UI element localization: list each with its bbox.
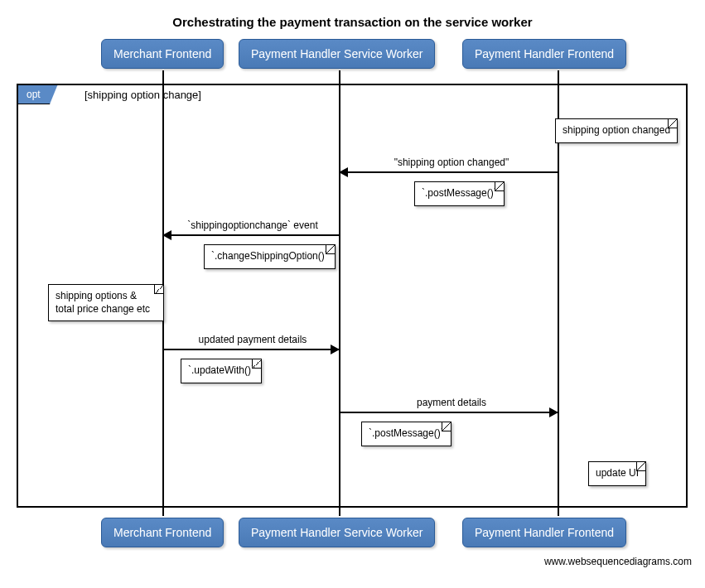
note-updatewith: `.updateWith()` [181,359,262,383]
opt-tag: opt [17,84,58,104]
message-label-payment-details: payment details [348,397,555,408]
participant-merchant-frontend-top: Merchant Frontend [101,39,224,69]
message-label-shipping-option-changed: "shipping option changed" [348,157,555,168]
message-label-updated-payment-details: updated payment details [170,334,336,345]
note-postmessage-2: `.postMessage()` [361,422,451,446]
diagram-title: Orchestrating the payment transaction on… [8,15,697,29]
message-arrow-3 [163,349,339,350]
participant-payment-handler-sw-bottom: Payment Handler Service Worker [239,518,435,547]
participant-payment-handler-sw-top: Payment Handler Service Worker [239,39,435,69]
sequence-diagram: Merchant Frontend Payment Handler Servic… [8,39,697,552]
note-shipping-option-changed: shipping option changed [555,118,678,143]
participant-payment-handler-frontend-top: Payment Handler Frontend [462,39,626,69]
message-arrow-4 [340,412,558,413]
note-line2: total price change etc [56,303,150,315]
message-arrow-1 [340,171,558,173]
participant-payment-handler-frontend-bottom: Payment Handler Frontend [462,518,626,547]
note-changeshippingoption: `.changeShippingOption()` [204,244,336,269]
note-postmessage-1: `.postMessage()` [414,181,505,206]
note-update-ui: update UI [588,461,646,486]
opt-guard: [shipping option change] [85,89,201,101]
message-arrow-2 [163,234,339,236]
watermark-attribution: www.websequencediagrams.com [8,556,697,567]
participant-merchant-frontend-bottom: Merchant Frontend [101,518,224,547]
note-line1: shipping options & [56,290,137,301]
note-shipping-options-price: shipping options & total price change et… [48,284,164,321]
message-label-shippingoptionchange-event: `shippingoptionchange` event [170,219,336,231]
